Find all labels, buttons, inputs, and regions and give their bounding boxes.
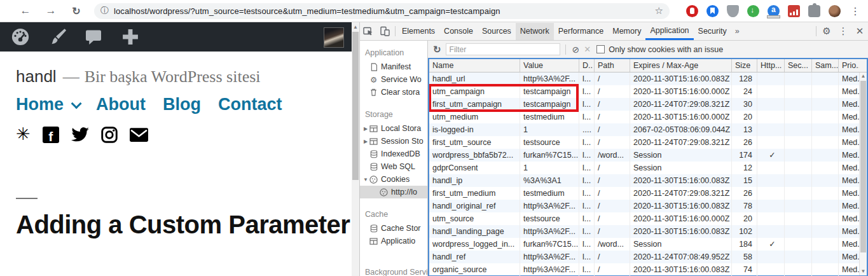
sidebar-item-web-sql[interactable]: Web SQL (360, 160, 427, 173)
scroll-up-arrow[interactable]: ▲ (860, 72, 867, 80)
scroll-up-arrow[interactable]: ▲ (352, 23, 359, 31)
cookie-row-handl_url[interactable]: handl_urlhttp%3A%2F...l.../2020-11-30T15… (429, 72, 859, 85)
cookie-row-utm_source[interactable]: utm_sourcetestsourcel.../2020-11-30T15:1… (429, 212, 859, 225)
column-header[interactable]: Name (429, 59, 520, 72)
shield-extension-icon[interactable] (727, 5, 739, 17)
nav-item-about[interactable]: About (96, 95, 146, 114)
devtools-menu-icon[interactable]: ⋮ (835, 23, 851, 39)
new-plus-icon[interactable] (120, 26, 141, 48)
address-bar[interactable]: ⓘ localhost/wordpress/?utm_source=testso… (94, 3, 670, 19)
device-toolbar-icon[interactable] (376, 23, 393, 39)
cookie-row-handl_landing_page[interactable]: handl_landing_pagehttp%3A%2F...l.../2020… (429, 225, 859, 238)
issue-filter-checkbox[interactable] (596, 45, 605, 53)
nav-item-contact[interactable]: Contact (218, 95, 282, 114)
expander-icon[interactable]: ▶ (362, 126, 369, 132)
cookie-row-handl_ref[interactable]: handl_refhttp%3A%2F...l.../2020-11-24T07… (429, 251, 859, 263)
yelp-icon[interactable]: ✳ (16, 126, 31, 143)
column-header[interactable]: Expires / Max-Age (630, 59, 732, 72)
scrollbar-thumb[interactable] (352, 32, 359, 180)
tab-memory[interactable]: Memory (608, 23, 645, 40)
cookie-row-organic_source[interactable]: organic_sourcehttp%3A%2F...l.../2020-11-… (429, 263, 859, 276)
tab-application[interactable]: Application (645, 23, 693, 40)
dashboard-gauge-icon[interactable] (10, 27, 31, 47)
sidebar-item-local-storage[interactable]: ▶Local Stora (360, 122, 427, 135)
tab-performance[interactable]: Performance (554, 23, 609, 40)
bookmark-star-icon[interactable]: ☆ (655, 5, 663, 17)
nav-item-home[interactable]: Home (16, 95, 79, 114)
page-scrollbar[interactable]: ▲ (352, 22, 359, 276)
extensions-puzzle-icon[interactable] (808, 5, 820, 17)
site-title[interactable]: handl (16, 67, 57, 86)
adblock-extension-icon[interactable] (686, 5, 698, 17)
settings-gear-icon[interactable]: ⚙ (818, 23, 835, 39)
sidebar-item-cache-storage[interactable]: Cache Stor (360, 222, 427, 235)
bookmark-extension-icon[interactable] (706, 5, 719, 17)
cookie-row-gdprConsent[interactable]: gdprConsent1l.../Session12Med... (429, 162, 859, 174)
email-icon[interactable] (130, 128, 148, 142)
cookie-row-wordpress_bbfa5b72[interactable]: wordpress_bbfa5b72...furkan%7C15...l.../… (429, 149, 859, 162)
block-cookies-icon[interactable]: ⊘ (572, 45, 580, 55)
comments-bubble-icon[interactable] (84, 27, 103, 46)
cookie-row-first_utm_medium[interactable]: first_utm_mediumtestmediuml.../2020-11-2… (429, 187, 859, 200)
column-header[interactable]: Http... (757, 59, 785, 72)
filter-input[interactable] (446, 43, 560, 55)
nav-item-blog[interactable]: Blog (163, 95, 201, 114)
customize-brush-icon[interactable] (47, 27, 67, 47)
rank-chart-extension-icon[interactable] (788, 5, 800, 17)
column-header[interactable]: Sec... (785, 59, 812, 72)
column-header[interactable]: Size (732, 59, 757, 72)
sidebar-item-session-storage[interactable]: ▶Session Sto (360, 135, 427, 148)
admin-user-avatar[interactable] (324, 27, 344, 48)
cookie-row-is-logged-in[interactable]: is-logged-in1..../2067-02-05T08:06:09.04… (429, 123, 859, 136)
sidebar-item-service-workers[interactable]: ⚙Service Wo (360, 73, 427, 86)
sidebar-item-clear-storage[interactable]: Clear stora (360, 86, 427, 99)
tab-elements[interactable]: Elements (397, 23, 439, 40)
clear-filter-icon[interactable]: ✕ (584, 45, 591, 54)
site-info-icon[interactable]: ⓘ (100, 5, 109, 17)
instagram-icon[interactable] (101, 127, 118, 143)
tab-security[interactable]: Security (694, 23, 731, 40)
cookie-row-handl_original_ref[interactable]: handl_original_refhttp%3A%2F...l.../2020… (429, 200, 859, 212)
expander-icon[interactable]: ▶ (362, 139, 369, 144)
inspect-element-icon[interactable] (360, 23, 376, 39)
cell-priority: Med... (839, 149, 859, 162)
forward-icon[interactable]: → (43, 3, 59, 18)
column-header[interactable]: Prio... (839, 59, 859, 72)
column-header[interactable]: Value (520, 59, 579, 72)
sidebar-item-cookies[interactable]: ▼Cookies (360, 173, 427, 186)
tab-console[interactable]: Console (439, 23, 478, 40)
refresh-icon[interactable]: ↻ (433, 44, 441, 55)
column-header[interactable]: D.. (579, 59, 595, 72)
cell-size: 184 (732, 238, 757, 251)
cookie-row-first_utm_campaign[interactable]: first_utm_campaigntestcampaignl.../2020-… (429, 98, 859, 111)
back-icon[interactable]: ← (18, 3, 33, 18)
cookie-row-utm_medium[interactable]: utm_mediumtestmediuml.../2020-11-30T15:1… (429, 111, 859, 123)
column-header[interactable]: Path (595, 59, 630, 72)
scrollbar-thumb[interactable] (860, 81, 866, 252)
cell-path: / (595, 263, 630, 276)
sidebar-item-cookie-origin[interactable]: http://lo (360, 186, 427, 198)
sidebar-item-indexeddb[interactable]: IndexedDB (360, 148, 427, 160)
close-devtools-icon[interactable]: ✕ (851, 23, 868, 39)
cookie-row-first_utm_source[interactable]: first_utm_sourcetestsourcel.../2020-11-2… (429, 136, 859, 149)
column-header[interactable]: Sam... (812, 59, 839, 72)
cookie-row-handl_ip[interactable]: handl_ip%3A%3A1l.../2020-11-30T15:16:00.… (429, 174, 859, 187)
ruler-extension-icon[interactable] (768, 5, 780, 17)
reload-icon[interactable]: ↻ (69, 3, 84, 18)
twitter-icon[interactable] (71, 127, 89, 142)
browser-menu-icon[interactable]: ⋮ (849, 5, 862, 17)
cookie-row-utm_campaign[interactable]: utm_campaigntestcampaignl.../2020-11-30T… (429, 85, 859, 98)
tab-sources[interactable]: Sources (478, 23, 516, 40)
browser-profile-avatar[interactable] (829, 5, 841, 17)
more-tabs-icon[interactable]: » (731, 27, 743, 36)
sidebar-item-application-cache[interactable]: Applicatio (360, 235, 427, 247)
table-scrollbar[interactable]: ▲ ▼ (859, 72, 867, 275)
download-manager-extension-icon[interactable] (747, 5, 759, 17)
facebook-icon[interactable]: f (43, 127, 59, 143)
scroll-down-arrow[interactable]: ▼ (860, 268, 867, 275)
tab-network[interactable]: Network (516, 23, 554, 40)
sidebar-item-manifest[interactable]: Manifest (360, 60, 427, 73)
cookie-row-wordpress_logged_in[interactable]: wordpress_logged_in...furkan%7C15...l...… (429, 238, 859, 251)
cell-value: http%3A%2F... (520, 251, 579, 263)
expander-icon[interactable]: ▼ (362, 177, 369, 183)
